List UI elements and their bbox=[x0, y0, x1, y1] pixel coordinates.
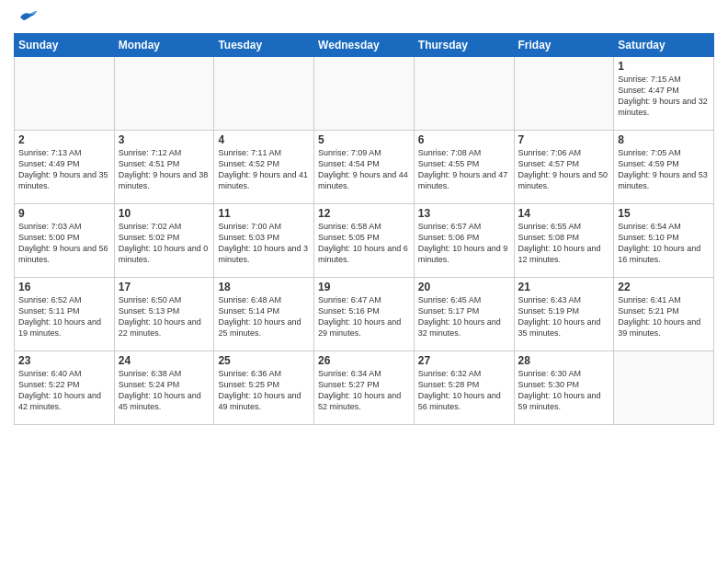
day-info: Sunrise: 6:55 AM Sunset: 5:08 PM Dayligh… bbox=[518, 221, 610, 266]
calendar-cell: 18Sunrise: 6:48 AM Sunset: 5:14 PM Dayli… bbox=[214, 278, 314, 351]
calendar-cell: 7Sunrise: 7:06 AM Sunset: 4:57 PM Daylig… bbox=[514, 131, 614, 204]
day-info: Sunrise: 7:08 AM Sunset: 4:55 PM Dayligh… bbox=[418, 147, 510, 192]
day-number: 18 bbox=[218, 281, 310, 293]
day-info: Sunrise: 7:12 AM Sunset: 4:51 PM Dayligh… bbox=[119, 147, 210, 192]
day-of-week-friday: Friday bbox=[514, 34, 614, 57]
day-info: Sunrise: 6:57 AM Sunset: 5:06 PM Dayligh… bbox=[418, 221, 510, 266]
calendar-cell: 1Sunrise: 7:15 AM Sunset: 4:47 PM Daylig… bbox=[614, 57, 714, 131]
day-number: 20 bbox=[418, 281, 510, 293]
day-info: Sunrise: 6:47 AM Sunset: 5:16 PM Dayligh… bbox=[318, 294, 410, 339]
calendar-cell: 6Sunrise: 7:08 AM Sunset: 4:55 PM Daylig… bbox=[414, 131, 514, 204]
day-of-week-thursday: Thursday bbox=[414, 34, 514, 57]
day-number: 7 bbox=[518, 133, 610, 146]
day-number: 15 bbox=[618, 207, 710, 220]
day-info: Sunrise: 6:52 AM Sunset: 5:11 PM Dayligh… bbox=[18, 294, 110, 339]
day-number: 25 bbox=[218, 354, 310, 367]
day-info: Sunrise: 6:38 AM Sunset: 5:24 PM Dayligh… bbox=[119, 368, 210, 413]
logo bbox=[14, 9, 39, 26]
calendar-week-row: 1Sunrise: 7:15 AM Sunset: 4:47 PM Daylig… bbox=[15, 57, 714, 131]
calendar-cell: 5Sunrise: 7:09 AM Sunset: 4:54 PM Daylig… bbox=[314, 131, 415, 204]
day-number: 19 bbox=[318, 281, 410, 293]
day-info: Sunrise: 7:05 AM Sunset: 4:59 PM Dayligh… bbox=[618, 147, 710, 192]
calendar-cell bbox=[314, 57, 415, 131]
header bbox=[14, 9, 714, 26]
calendar-cell: 25Sunrise: 6:36 AM Sunset: 5:25 PM Dayli… bbox=[214, 351, 314, 425]
day-number: 3 bbox=[119, 133, 210, 146]
calendar-cell: 11Sunrise: 7:00 AM Sunset: 5:03 PM Dayli… bbox=[214, 204, 314, 278]
day-info: Sunrise: 6:30 AM Sunset: 5:30 PM Dayligh… bbox=[518, 368, 610, 413]
calendar-week-row: 23Sunrise: 6:40 AM Sunset: 5:22 PM Dayli… bbox=[15, 351, 714, 425]
calendar-cell: 16Sunrise: 6:52 AM Sunset: 5:11 PM Dayli… bbox=[15, 278, 115, 351]
day-number: 21 bbox=[518, 281, 610, 293]
calendar-cell: 20Sunrise: 6:45 AM Sunset: 5:17 PM Dayli… bbox=[414, 278, 514, 351]
calendar-cell: 13Sunrise: 6:57 AM Sunset: 5:06 PM Dayli… bbox=[414, 204, 514, 278]
calendar-header-row: SundayMondayTuesdayWednesdayThursdayFrid… bbox=[15, 34, 714, 57]
day-number: 22 bbox=[618, 281, 710, 293]
day-number: 6 bbox=[418, 133, 510, 146]
day-number: 1 bbox=[618, 60, 710, 73]
calendar-cell: 24Sunrise: 6:38 AM Sunset: 5:24 PM Dayli… bbox=[114, 351, 214, 425]
day-number: 10 bbox=[119, 207, 210, 220]
calendar-cell: 28Sunrise: 6:30 AM Sunset: 5:30 PM Dayli… bbox=[514, 351, 614, 425]
day-info: Sunrise: 7:03 AM Sunset: 5:00 PM Dayligh… bbox=[18, 221, 110, 266]
day-number: 24 bbox=[119, 354, 210, 367]
calendar: SundayMondayTuesdayWednesdayThursdayFrid… bbox=[14, 33, 714, 425]
day-number: 26 bbox=[318, 354, 410, 367]
day-info: Sunrise: 6:32 AM Sunset: 5:28 PM Dayligh… bbox=[418, 368, 510, 413]
calendar-cell: 19Sunrise: 6:47 AM Sunset: 5:16 PM Dayli… bbox=[314, 278, 415, 351]
calendar-week-row: 9Sunrise: 7:03 AM Sunset: 5:00 PM Daylig… bbox=[15, 204, 714, 278]
calendar-cell: 26Sunrise: 6:34 AM Sunset: 5:27 PM Dayli… bbox=[314, 351, 415, 425]
day-info: Sunrise: 6:40 AM Sunset: 5:22 PM Dayligh… bbox=[18, 368, 110, 413]
day-info: Sunrise: 7:13 AM Sunset: 4:49 PM Dayligh… bbox=[18, 147, 110, 192]
day-info: Sunrise: 7:00 AM Sunset: 5:03 PM Dayligh… bbox=[218, 221, 310, 266]
calendar-week-row: 2Sunrise: 7:13 AM Sunset: 4:49 PM Daylig… bbox=[15, 131, 714, 204]
day-info: Sunrise: 6:54 AM Sunset: 5:10 PM Dayligh… bbox=[618, 221, 710, 266]
calendar-week-row: 16Sunrise: 6:52 AM Sunset: 5:11 PM Dayli… bbox=[15, 278, 714, 351]
calendar-cell: 27Sunrise: 6:32 AM Sunset: 5:28 PM Dayli… bbox=[414, 351, 514, 425]
day-info: Sunrise: 6:48 AM Sunset: 5:14 PM Dayligh… bbox=[218, 294, 310, 339]
day-info: Sunrise: 7:06 AM Sunset: 4:57 PM Dayligh… bbox=[518, 147, 610, 192]
day-number: 13 bbox=[418, 207, 510, 220]
calendar-cell: 14Sunrise: 6:55 AM Sunset: 5:08 PM Dayli… bbox=[514, 204, 614, 278]
day-number: 12 bbox=[318, 207, 410, 220]
page: SundayMondayTuesdayWednesdayThursdayFrid… bbox=[0, 0, 728, 563]
calendar-cell bbox=[114, 57, 214, 131]
logo-bird-icon bbox=[17, 9, 39, 26]
day-number: 27 bbox=[418, 354, 510, 367]
calendar-cell: 22Sunrise: 6:41 AM Sunset: 5:21 PM Dayli… bbox=[614, 278, 714, 351]
day-number: 28 bbox=[518, 354, 610, 367]
day-info: Sunrise: 6:50 AM Sunset: 5:13 PM Dayligh… bbox=[119, 294, 210, 339]
day-info: Sunrise: 7:15 AM Sunset: 4:47 PM Dayligh… bbox=[618, 74, 710, 119]
calendar-cell: 9Sunrise: 7:03 AM Sunset: 5:00 PM Daylig… bbox=[15, 204, 115, 278]
day-number: 14 bbox=[518, 207, 610, 220]
day-number: 5 bbox=[318, 133, 410, 146]
day-number: 2 bbox=[18, 133, 110, 146]
calendar-cell: 3Sunrise: 7:12 AM Sunset: 4:51 PM Daylig… bbox=[114, 131, 214, 204]
day-info: Sunrise: 6:43 AM Sunset: 5:19 PM Dayligh… bbox=[518, 294, 610, 339]
day-info: Sunrise: 7:11 AM Sunset: 4:52 PM Dayligh… bbox=[218, 147, 310, 192]
calendar-cell: 4Sunrise: 7:11 AM Sunset: 4:52 PM Daylig… bbox=[214, 131, 314, 204]
day-number: 17 bbox=[119, 281, 210, 293]
day-info: Sunrise: 6:34 AM Sunset: 5:27 PM Dayligh… bbox=[318, 368, 410, 413]
calendar-cell: 21Sunrise: 6:43 AM Sunset: 5:19 PM Dayli… bbox=[514, 278, 614, 351]
day-number: 4 bbox=[218, 133, 310, 146]
day-of-week-wednesday: Wednesday bbox=[314, 34, 415, 57]
calendar-cell bbox=[15, 57, 115, 131]
day-number: 23 bbox=[18, 354, 110, 367]
day-of-week-monday: Monday bbox=[114, 34, 214, 57]
calendar-cell: 15Sunrise: 6:54 AM Sunset: 5:10 PM Dayli… bbox=[614, 204, 714, 278]
calendar-cell: 8Sunrise: 7:05 AM Sunset: 4:59 PM Daylig… bbox=[614, 131, 714, 204]
calendar-cell: 23Sunrise: 6:40 AM Sunset: 5:22 PM Dayli… bbox=[15, 351, 115, 425]
day-info: Sunrise: 6:36 AM Sunset: 5:25 PM Dayligh… bbox=[218, 368, 310, 413]
calendar-cell bbox=[214, 57, 314, 131]
day-number: 8 bbox=[618, 133, 710, 146]
day-number: 16 bbox=[18, 281, 110, 293]
day-number: 11 bbox=[218, 207, 310, 220]
day-info: Sunrise: 7:09 AM Sunset: 4:54 PM Dayligh… bbox=[318, 147, 410, 192]
day-number: 9 bbox=[18, 207, 110, 220]
calendar-cell bbox=[614, 351, 714, 425]
calendar-cell: 17Sunrise: 6:50 AM Sunset: 5:13 PM Dayli… bbox=[114, 278, 214, 351]
day-info: Sunrise: 7:02 AM Sunset: 5:02 PM Dayligh… bbox=[119, 221, 210, 266]
calendar-cell: 10Sunrise: 7:02 AM Sunset: 5:02 PM Dayli… bbox=[114, 204, 214, 278]
day-of-week-saturday: Saturday bbox=[614, 34, 714, 57]
